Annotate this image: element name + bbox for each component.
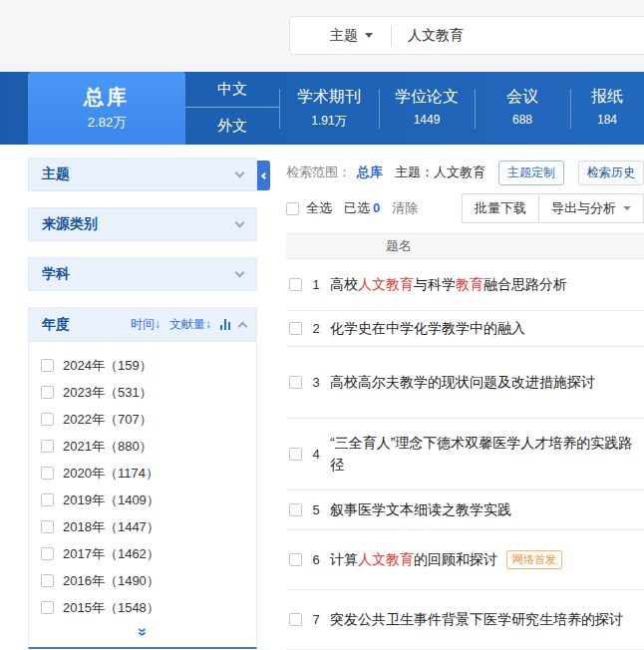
sort-by-count-button[interactable]: 文献量↓ bbox=[169, 316, 211, 333]
tab-academic-journals[interactable]: 学术期刊 1.91万 bbox=[279, 72, 379, 145]
chevron-down-icon bbox=[235, 218, 245, 228]
year-checkbox[interactable] bbox=[41, 386, 54, 399]
section-label: 来源类别 bbox=[42, 215, 236, 233]
database-tabs: 学术期刊 1.91万 学位论文 1449 会议 688 报纸 184 bbox=[279, 72, 644, 145]
select-all-checkbox[interactable] bbox=[286, 202, 299, 215]
year-filter-item[interactable]: 2024年（159） bbox=[41, 352, 246, 379]
tab-total-library[interactable]: 总库 2.82万 bbox=[28, 72, 185, 145]
result-row: 2化学史在中学化学教学中的融入 bbox=[286, 311, 644, 347]
year-checkbox[interactable] bbox=[41, 413, 54, 426]
tab-label: 会议 bbox=[475, 87, 570, 108]
result-title-link[interactable]: 化学史在中学化学教学中的融入 bbox=[330, 318, 525, 340]
search-field-label: 主题 bbox=[330, 27, 358, 45]
year-checkbox[interactable] bbox=[41, 601, 54, 614]
result-checkbox[interactable] bbox=[289, 322, 302, 335]
year-filter-item[interactable]: 2020年（1174） bbox=[41, 460, 246, 487]
expand-more-years-button[interactable]: » bbox=[29, 623, 256, 647]
tab-chinese[interactable]: 中文 bbox=[185, 72, 279, 108]
year-label: 2018年（1447） bbox=[63, 518, 160, 536]
year-filter-item[interactable]: 2023年（531） bbox=[41, 379, 246, 406]
year-label: 2021年（880） bbox=[63, 438, 153, 456]
year-list: 2024年（159）2023年（531）2022年（707）2021年（880）… bbox=[29, 342, 256, 623]
result-row: 7突发公共卫生事件背景下医学研究生培养的探讨 bbox=[286, 590, 644, 650]
year-label: 2015年（1548） bbox=[63, 599, 160, 617]
year-checkbox[interactable] bbox=[41, 574, 54, 587]
export-analyze-button[interactable]: 导出与分析 bbox=[538, 193, 644, 223]
filter-section-year[interactable]: 年度 时间↓ 文献量↓ bbox=[29, 308, 256, 342]
result-title-link[interactable]: 叙事医学文本细读之教学实践 bbox=[330, 499, 511, 521]
result-list: 1高校人文教育与科学教育融合思路分析2化学史在中学化学教学中的融入3高校高尔夫教… bbox=[286, 259, 644, 650]
result-row: 1高校人文教育与科学教育融合思路分析 bbox=[286, 259, 644, 311]
year-label: 2024年（159） bbox=[63, 357, 153, 375]
filter-section-topic[interactable]: 主题 bbox=[28, 158, 257, 191]
year-checkbox[interactable] bbox=[41, 547, 54, 560]
network-first-badge: 网络首发 bbox=[506, 550, 562, 569]
search-history-button[interactable]: 检索历史 bbox=[578, 161, 644, 185]
search-field-dropdown[interactable]: 主题 bbox=[290, 17, 391, 54]
result-checkbox[interactable] bbox=[289, 278, 302, 291]
double-chevron-down-icon: » bbox=[134, 628, 152, 637]
tab-label: 报纸 bbox=[570, 87, 644, 108]
tab-label: 学位论文 bbox=[379, 87, 475, 108]
tab-count: 1.91万 bbox=[279, 113, 379, 130]
year-filter-item[interactable]: 2019年（1409） bbox=[41, 487, 246, 513]
dropdown-caret-icon bbox=[365, 33, 373, 38]
year-filter-item[interactable]: 2021年（880） bbox=[41, 433, 246, 460]
result-row: 6计算人文教育的回顾和探讨网络首发 bbox=[286, 530, 644, 590]
scope-label: 检索范围： bbox=[286, 163, 351, 181]
year-filter-item[interactable]: 2017年（1462） bbox=[41, 540, 246, 567]
result-title-link[interactable]: “三全育人”理念下德术双馨医学人才培养的实践路径 bbox=[330, 433, 644, 476]
result-title-link[interactable]: 计算人文教育的回顾和探讨 bbox=[330, 549, 497, 571]
bar-chart-icon[interactable] bbox=[220, 319, 230, 330]
result-checkbox[interactable] bbox=[289, 448, 302, 461]
scope-value-link[interactable]: 总库 bbox=[357, 163, 383, 181]
batch-download-button[interactable]: 批量下载 bbox=[462, 193, 539, 223]
year-filter-item[interactable]: 2022年（707） bbox=[41, 406, 246, 433]
result-title-link[interactable]: 突发公共卫生事件背景下医学研究生培养的探讨 bbox=[330, 609, 623, 631]
sort-arrow-icon: ↓ bbox=[155, 317, 161, 331]
year-filter-item[interactable]: 2015年（1548） bbox=[41, 594, 246, 621]
result-checkbox[interactable] bbox=[289, 376, 302, 389]
tab-newspapers[interactable]: 报纸 184 bbox=[570, 72, 644, 145]
tab-count: 1449 bbox=[379, 113, 475, 127]
year-checkbox[interactable] bbox=[41, 493, 54, 506]
chevron-down-icon bbox=[235, 268, 245, 278]
cnki-search-results-page: 主题 总库 2.82万 中文 外文 学术期刊 1.91万 学位论文 1449 bbox=[0, 0, 644, 650]
filter-section-discipline[interactable]: 学科 bbox=[28, 257, 257, 291]
column-title: 题名 bbox=[386, 237, 412, 255]
collapse-sidebar-button[interactable] bbox=[257, 161, 270, 190]
tab-foreign[interactable]: 外文 bbox=[185, 108, 279, 144]
result-checkbox[interactable] bbox=[289, 503, 302, 516]
result-row: 5叙事医学文本细读之教学实践 bbox=[286, 490, 644, 530]
chevron-left-icon bbox=[261, 171, 268, 178]
tab-count: 688 bbox=[475, 113, 570, 127]
database-navbar: 总库 2.82万 中文 外文 学术期刊 1.91万 学位论文 1449 会议 6… bbox=[0, 72, 644, 145]
year-label: 2023年（531） bbox=[63, 384, 153, 402]
year-label: 2020年（1174） bbox=[63, 465, 159, 483]
result-title-link[interactable]: 高校高尔夫教学的现状问题及改进措施探讨 bbox=[330, 372, 595, 394]
topic-customize-button[interactable]: 主题定制 bbox=[498, 161, 564, 185]
clear-selection-button[interactable]: 清除 bbox=[392, 199, 418, 217]
tab-conferences[interactable]: 会议 688 bbox=[475, 72, 570, 145]
year-checkbox[interactable] bbox=[41, 359, 54, 372]
result-checkbox[interactable] bbox=[289, 553, 302, 566]
results-toolbar: 全选 已选0 清除 批量下载 导出与分析 bbox=[286, 191, 644, 225]
year-label: 2016年（1490） bbox=[63, 572, 160, 590]
tab-dissertations[interactable]: 学位论文 1449 bbox=[379, 72, 475, 145]
select-all[interactable]: 全选 bbox=[286, 199, 332, 217]
result-checkbox[interactable] bbox=[289, 613, 302, 626]
dropdown-caret-icon bbox=[623, 206, 631, 210]
chevron-down-icon bbox=[235, 168, 245, 178]
result-title-link[interactable]: 高校人文教育与科学教育融合思路分析 bbox=[330, 274, 567, 296]
year-checkbox[interactable] bbox=[41, 467, 54, 480]
top-search-bar: 主题 bbox=[0, 0, 644, 72]
filter-section-source-type[interactable]: 来源类别 bbox=[28, 207, 257, 241]
search-input[interactable] bbox=[392, 28, 644, 44]
search-scope-bar: 检索范围： 总库 主题：人文教育 主题定制 检索历史 bbox=[286, 158, 644, 187]
year-checkbox[interactable] bbox=[41, 440, 54, 453]
sort-by-time-button[interactable]: 时间↓ bbox=[131, 316, 161, 333]
tab-count: 184 bbox=[570, 113, 644, 127]
year-filter-item[interactable]: 2016年（1490） bbox=[41, 567, 246, 594]
year-filter-item[interactable]: 2018年（1447） bbox=[41, 513, 246, 540]
year-checkbox[interactable] bbox=[41, 520, 54, 533]
